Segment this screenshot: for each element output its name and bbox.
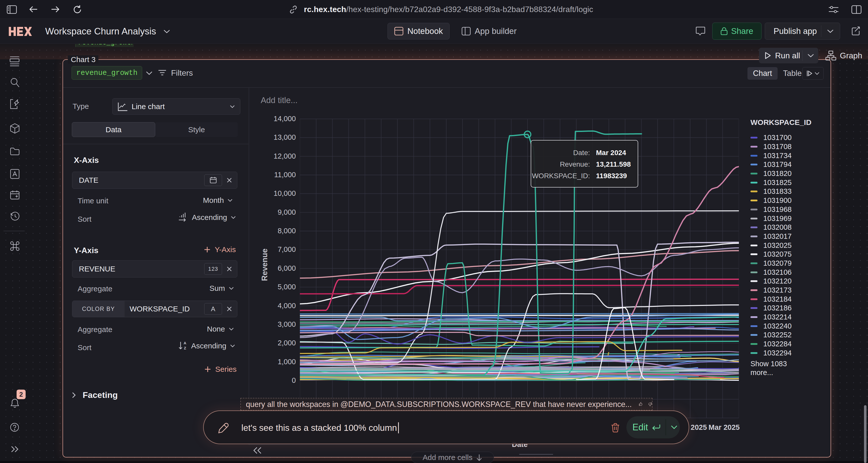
svg-text:A: A	[184, 341, 186, 345]
svg-text:Z: Z	[184, 346, 186, 350]
